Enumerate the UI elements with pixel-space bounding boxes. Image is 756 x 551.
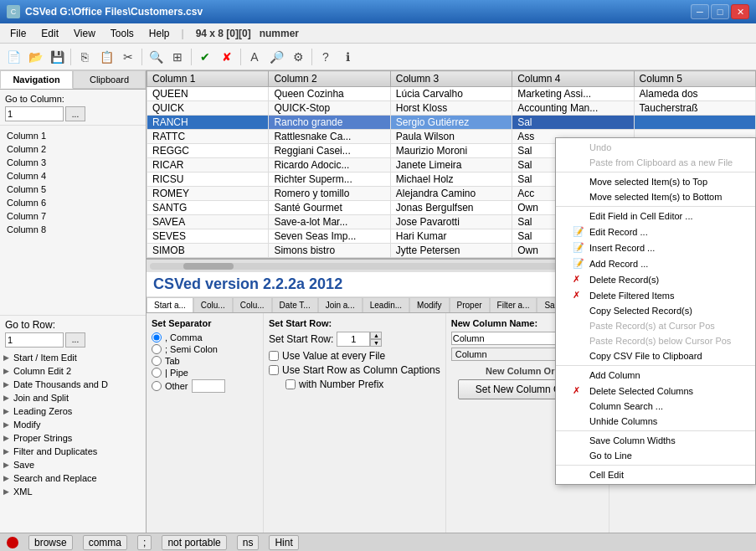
copy-icon[interactable]: ⎘	[75, 47, 95, 67]
col-item-6[interactable]: Column 6	[0, 196, 146, 209]
ctx-copy-selected[interactable]: Copy Selected Record(s)	[556, 303, 755, 318]
sep-semicolon[interactable]: ; Semi Colon	[152, 343, 258, 355]
open-icon[interactable]: 📂	[25, 47, 45, 67]
tab-col2[interactable]: Colu...	[233, 297, 272, 312]
ctx-column-search[interactable]: Column Search ...	[556, 399, 755, 414]
menu-file[interactable]: File	[3, 26, 33, 41]
ctx-move-bottom[interactable]: Move selected Item(s) to Bottom	[556, 189, 755, 204]
col-item-5[interactable]: Column 5	[0, 183, 146, 196]
col-header-3[interactable]: Column 3	[390, 71, 512, 87]
tab-modify[interactable]: Modify	[409, 297, 449, 312]
nav-xml[interactable]: ▶XML	[0, 485, 146, 498]
col-item-4[interactable]: Column 4	[0, 169, 146, 183]
ctx-undo[interactable]: Undo	[556, 140, 755, 155]
ctx-add-column[interactable]: Add Column	[556, 368, 755, 383]
tab-col1[interactable]: Colu...	[193, 297, 233, 312]
nav-filter-duplicates[interactable]: ▶Filter and Duplicates	[0, 445, 146, 458]
left-nav: ▶Start / Item Edit ▶Column Edit 2 ▶Date …	[0, 351, 146, 533]
sep-other[interactable]: Other	[152, 378, 258, 394]
close-button[interactable]: ✕	[731, 4, 749, 19]
zoom-icon[interactable]: 🔎	[266, 47, 286, 67]
goto-row-input[interactable]	[5, 332, 64, 348]
goto-col-input[interactable]	[5, 106, 64, 121]
nav-leading-zeros[interactable]: ▶Leading Zeros	[0, 404, 146, 418]
ctx-unhide-columns[interactable]: Unhide Columns	[556, 414, 755, 429]
spin-down[interactable]: ▼	[370, 339, 382, 347]
col-header-2[interactable]: Column 2	[269, 71, 390, 87]
menu-help[interactable]: Help	[142, 26, 177, 41]
paste-icon[interactable]: 📋	[96, 47, 116, 67]
use-start-row-captions[interactable]	[269, 365, 279, 375]
tab-clipboard[interactable]: Clipboard	[73, 70, 146, 89]
ctx-goto-line[interactable]: Go to Line	[556, 448, 755, 463]
ctx-add-record[interactable]: 📝Add Record ...	[556, 255, 755, 271]
ctx-paste-clipboard[interactable]: Paste from Clipboard as a new File	[556, 155, 755, 170]
maximize-button[interactable]: □	[711, 4, 729, 19]
col-header-5[interactable]: Column 5	[634, 71, 755, 87]
col-item-8[interactable]: Column 8	[0, 223, 146, 236]
help-icon[interactable]: ?	[316, 47, 336, 67]
nav-search-replace[interactable]: ▶Search and Replace	[0, 471, 146, 485]
ctx-edit-field[interactable]: Edit Field in Cell Editor ...	[556, 209, 755, 224]
ctx-save-widths[interactable]: Save Column Widths	[556, 433, 755, 448]
ctx-move-top[interactable]: Move selected Item(s) to Top	[556, 174, 755, 189]
nav-save[interactable]: ▶Save	[0, 458, 146, 471]
save-icon[interactable]: 💾	[47, 47, 67, 67]
start-row-input[interactable]	[337, 332, 370, 347]
goto-row-button[interactable]: ...	[65, 332, 85, 348]
ctx-insert-record[interactable]: 📝Insert Record ...	[556, 239, 755, 255]
tab-proper[interactable]: Proper	[450, 297, 490, 312]
minimize-button[interactable]: ─	[691, 4, 709, 19]
col-header-4[interactable]: Column 4	[512, 71, 634, 87]
use-value-every-file[interactable]	[269, 351, 279, 361]
table-row-selected[interactable]: RANCHRancho grandeSergio GutiérrezSal	[147, 116, 756, 130]
goto-col-button[interactable]: ...	[65, 106, 85, 121]
settings-icon[interactable]: ⚙	[288, 47, 308, 67]
sep-comma[interactable]: , Comma	[152, 332, 258, 343]
cross-icon[interactable]: ✘	[217, 47, 237, 67]
tab-filter[interactable]: Filter a...	[490, 297, 537, 312]
check-icon[interactable]: ✔	[195, 47, 215, 67]
column-select[interactable]: Column	[451, 348, 568, 361]
nav-join-split[interactable]: ▶Join and Split	[0, 391, 146, 404]
nav-proper-strings[interactable]: ▶Proper Strings	[0, 431, 146, 445]
nav-modify[interactable]: ▶Modify	[0, 418, 146, 431]
ctx-delete-filtered[interactable]: ✗Delete Filtered Items	[556, 287, 755, 303]
font-icon[interactable]: A	[244, 47, 265, 67]
sep-tab[interactable]: Tab	[152, 355, 258, 367]
ctx-paste-below[interactable]: Paste Record(s) below Cursor Pos	[556, 333, 755, 348]
nav-date-thousands[interactable]: ▶Date Thousands and D	[0, 378, 146, 391]
table-row[interactable]: QUICKQUICK-StopHorst KlossAccounting Man…	[147, 101, 756, 116]
tab-start[interactable]: Start a...	[147, 297, 193, 312]
col-item-2[interactable]: Column 2	[0, 142, 146, 156]
col-item-1[interactable]: Column 1	[0, 129, 146, 142]
ctx-copy-csv[interactable]: Copy CSV File to Clipboard	[556, 348, 755, 363]
col-item-3[interactable]: Column 3	[0, 156, 146, 169]
menu-view[interactable]: View	[67, 26, 102, 41]
tab-date[interactable]: Date T...	[272, 297, 318, 312]
ctx-delete-columns[interactable]: ✗Delete Selected Columns	[556, 383, 755, 399]
new-icon[interactable]: 📄	[3, 47, 23, 67]
cut-icon[interactable]: ✂	[118, 47, 138, 67]
sep-other-input[interactable]	[192, 379, 225, 393]
filter-icon[interactable]: ⊞	[167, 47, 188, 67]
tab-leading[interactable]: Leadin...	[363, 297, 409, 312]
tab-join[interactable]: Join a...	[318, 297, 363, 312]
table-row[interactable]: QUEENQueen CozinhaLúcia CarvalhoMarketin…	[147, 87, 756, 101]
ctx-delete-record[interactable]: ✗Delete Record(s)	[556, 271, 755, 287]
ctx-edit-record[interactable]: 📝Edit Record ...	[556, 224, 755, 239]
with-number-prefix[interactable]	[285, 379, 296, 389]
search-icon[interactable]: 🔍	[146, 47, 166, 67]
ctx-paste-cursor[interactable]: Paste Record(s) at Cursor Pos	[556, 318, 755, 333]
menu-edit[interactable]: Edit	[34, 26, 65, 41]
info-icon[interactable]: ℹ	[337, 47, 357, 67]
tab-navigation[interactable]: Navigation	[0, 70, 73, 89]
sep-pipe[interactable]: | Pipe	[152, 367, 258, 378]
nav-start-item-edit[interactable]: ▶Start / Item Edit	[0, 351, 146, 364]
nav-column-edit-2[interactable]: ▶Column Edit 2	[0, 364, 146, 378]
ctx-cell-edit[interactable]: Cell Edit	[556, 467, 755, 482]
spin-up[interactable]: ▲	[370, 332, 382, 339]
col-item-7[interactable]: Column 7	[0, 209, 146, 223]
menu-tools[interactable]: Tools	[104, 26, 141, 41]
col-header-1[interactable]: Column 1	[147, 71, 269, 87]
